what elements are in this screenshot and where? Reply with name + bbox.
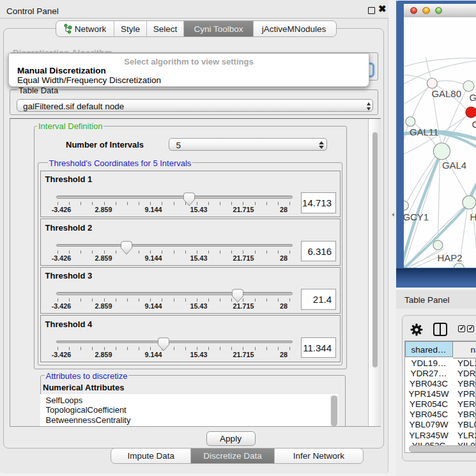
svg-text:C: C [472, 119, 476, 130]
svg-text:GA: GA [469, 92, 476, 103]
svg-text:GAL4: GAL4 [441, 160, 466, 171]
svg-text:HAP2: HAP2 [437, 252, 462, 263]
svg-text:GAL80: GAL80 [431, 88, 461, 99]
svg-text:GCY1: GCY1 [404, 211, 429, 222]
svg-text:H: H [470, 211, 476, 222]
svg-text:GAL11: GAL11 [409, 127, 438, 137]
